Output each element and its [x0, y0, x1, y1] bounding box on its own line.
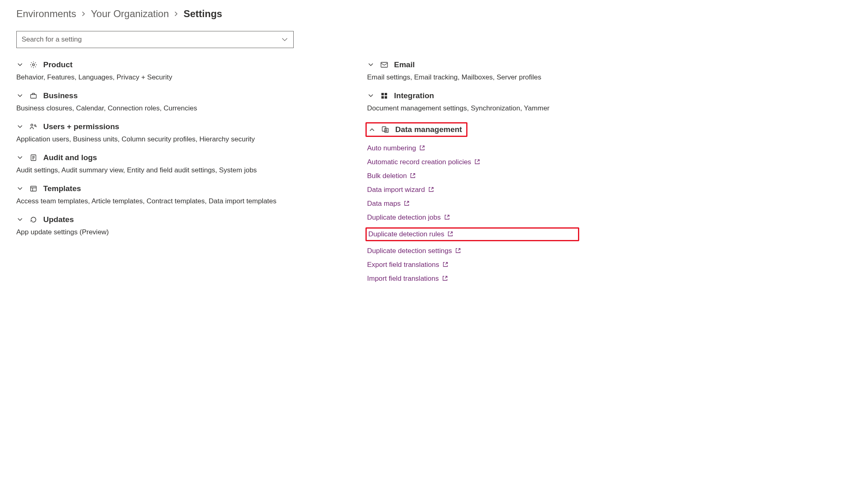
link-data-import-wizard[interactable]: Data import wizard [367, 186, 579, 194]
section-header-integration[interactable]: Integration [367, 91, 579, 100]
svg-rect-1 [31, 95, 36, 98]
chevron-right-icon [81, 11, 86, 16]
chevron-down-icon [16, 92, 24, 99]
svg-rect-10 [385, 96, 387, 99]
chevron-down-icon [16, 185, 24, 192]
svg-point-2 [31, 124, 33, 126]
section-title: Product [43, 60, 73, 69]
link-duplicate-detection-settings[interactable]: Duplicate detection settings [367, 247, 579, 255]
external-link-icon [410, 173, 416, 179]
section-title: Audit and logs [43, 153, 97, 162]
section-title: Data management [395, 125, 462, 134]
breadcrumb-organization[interactable]: Your Organization [91, 8, 169, 20]
external-link-icon [404, 200, 410, 207]
section-title: Integration [394, 91, 434, 100]
svg-rect-9 [381, 96, 384, 99]
breadcrumb-settings: Settings [184, 8, 222, 20]
svg-rect-12 [385, 128, 388, 132]
svg-rect-6 [381, 62, 388, 67]
link-automatic-record-creation[interactable]: Automatic record creation policies [367, 158, 579, 166]
people-icon [29, 123, 38, 131]
chevron-down-icon [16, 154, 24, 161]
list-icon [29, 154, 38, 162]
link-duplicate-detection-rules[interactable]: Duplicate detection rules [365, 227, 579, 241]
section-header-audit[interactable]: Audit and logs [16, 153, 326, 162]
link-export-field-translations[interactable]: Export field translations [367, 261, 579, 269]
link-label: Automatic record creation policies [367, 158, 471, 166]
external-link-icon [443, 262, 449, 268]
section-data-management: Data management Auto numbering Automatic… [367, 122, 579, 283]
link-label: Data import wizard [367, 186, 425, 194]
section-title: Updates [43, 215, 74, 224]
section-header-data-management[interactable]: Data management [367, 125, 462, 134]
template-icon [29, 185, 38, 193]
external-link-icon [455, 248, 462, 254]
external-link-icon [442, 275, 449, 282]
breadcrumb-environments[interactable]: Environments [16, 8, 76, 20]
search-container [16, 31, 294, 48]
section-summary: Behavior, Features, Languages, Privacy +… [16, 73, 326, 81]
data-management-links: Auto numbering Automatic record creation… [367, 144, 579, 283]
link-label: Import field translations [367, 275, 439, 283]
chevron-down-icon [16, 61, 24, 68]
section-updates: Updates App update settings (Preview) [16, 215, 326, 236]
windows-icon [380, 92, 388, 100]
link-bulk-deletion[interactable]: Bulk deletion [367, 172, 579, 180]
section-summary: Access team templates, Article templates… [16, 197, 326, 205]
mail-icon [380, 61, 388, 69]
section-summary: Document management settings, Synchroniz… [367, 104, 579, 112]
section-templates: Templates Access team templates, Article… [16, 184, 326, 205]
svg-rect-5 [31, 186, 36, 191]
link-duplicate-detection-jobs[interactable]: Duplicate detection jobs [367, 214, 579, 222]
external-link-icon [474, 159, 481, 165]
chevron-right-icon [174, 11, 179, 16]
svg-rect-11 [382, 127, 386, 131]
chevron-down-icon [16, 216, 24, 223]
external-link-icon [419, 145, 426, 152]
link-auto-numbering[interactable]: Auto numbering [367, 144, 579, 152]
data-icon [381, 126, 390, 134]
chevron-down-icon [16, 123, 24, 130]
external-link-icon [428, 187, 435, 193]
external-link-icon [444, 214, 451, 221]
breadcrumb: Environments Your Organization Settings [16, 8, 852, 20]
search-input[interactable] [16, 31, 294, 48]
section-summary: Application users, Business units, Colum… [16, 135, 326, 143]
section-users-permissions: Users + permissions Application users, B… [16, 122, 326, 143]
section-title: Users + permissions [43, 122, 119, 131]
section-integration: Integration Document management settings… [367, 91, 579, 112]
refresh-icon [29, 216, 38, 224]
chevron-up-icon [368, 126, 376, 133]
link-label: Export field translations [367, 261, 439, 269]
section-product: Product Behavior, Features, Languages, P… [16, 60, 326, 81]
section-header-product[interactable]: Product [16, 60, 326, 69]
link-import-field-translations[interactable]: Import field translations [367, 275, 579, 283]
external-link-icon [447, 231, 454, 238]
section-title: Templates [43, 184, 81, 193]
section-header-users[interactable]: Users + permissions [16, 122, 326, 131]
briefcase-icon [29, 92, 38, 100]
section-header-updates[interactable]: Updates [16, 215, 326, 224]
link-label: Bulk deletion [367, 172, 407, 180]
section-business: Business Business closures, Calendar, Co… [16, 91, 326, 112]
link-label: Duplicate detection rules [368, 230, 444, 238]
section-header-business[interactable]: Business [16, 91, 326, 100]
chevron-down-icon [367, 61, 374, 68]
section-header-email[interactable]: Email [367, 60, 579, 69]
section-title: Business [43, 91, 78, 100]
svg-rect-8 [385, 93, 387, 95]
section-header-templates[interactable]: Templates [16, 184, 326, 193]
svg-point-0 [33, 64, 35, 66]
section-audit-logs: Audit and logs Audit settings, Audit sum… [16, 153, 326, 174]
chevron-down-icon [367, 92, 374, 99]
section-summary: App update settings (Preview) [16, 228, 326, 236]
svg-rect-7 [381, 93, 384, 95]
section-summary: Email settings, Email tracking, Mailboxe… [367, 73, 579, 81]
link-data-maps[interactable]: Data maps [367, 200, 579, 208]
section-title: Email [394, 60, 415, 69]
gear-icon [29, 61, 38, 69]
section-email: Email Email settings, Email tracking, Ma… [367, 60, 579, 81]
link-label: Duplicate detection jobs [367, 214, 441, 222]
section-summary: Audit settings, Audit summary view, Enti… [16, 166, 326, 174]
left-column: Product Behavior, Features, Languages, P… [16, 60, 326, 293]
